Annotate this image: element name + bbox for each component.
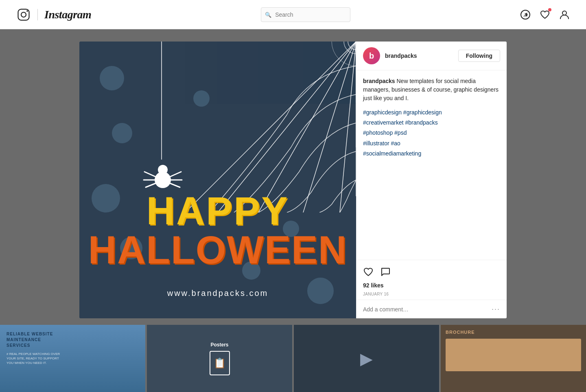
action-icons-row <box>363 263 500 280</box>
svg-line-24 <box>146 183 156 187</box>
like-icon <box>363 267 374 277</box>
post-username[interactable]: brandpacks <box>385 53 458 59</box>
happy-text: HAPPY <box>79 191 356 230</box>
svg-point-21 <box>158 165 168 175</box>
post-header: b brandpacks Following <box>356 42 507 70</box>
instagram-wordmark: Instagram <box>44 8 91 21</box>
activity-button[interactable] <box>540 9 550 20</box>
thumbnail-2: Posters 📋 <box>147 325 292 392</box>
halloween-word: HALLOWEEN <box>79 230 356 269</box>
explore-button[interactable] <box>520 9 531 20</box>
thumb-3-icon: ▶ <box>360 349 373 368</box>
profile-button[interactable] <box>559 9 570 20</box>
caption-username[interactable]: brandpacks <box>363 78 395 84</box>
post-image: HAPPY HALLOWEEN www.brandpacks.com <box>79 42 356 318</box>
thumb-4-image <box>446 339 581 371</box>
instagram-logo: Instagram <box>16 7 91 22</box>
thumb-4-text: Brochure <box>446 330 581 335</box>
thumbnail-3: ▶ <box>294 325 439 392</box>
thumb-2-label: Posters <box>210 342 228 348</box>
header: Instagram 🔍 <box>0 0 586 29</box>
avatar: b <box>363 47 380 64</box>
avatar-letter: b <box>369 51 374 61</box>
following-button[interactable]: Following <box>458 50 500 62</box>
thumbnail-4: Brochure <box>441 325 586 392</box>
spider-thread <box>161 42 162 160</box>
post-actions: 92 likes January 16 <box>356 260 507 300</box>
thumbnail-1: RELIABLE WEBSITEMAINTENANCESERVICES # RE… <box>0 325 145 392</box>
svg-line-22 <box>144 172 155 177</box>
thumb-1-subtext: # REAL PEOPLE WATCHING OVERYOUR SITE, RE… <box>7 352 139 366</box>
website-url: www.brandpacks.com <box>79 289 356 298</box>
post-hashtags: #graphicdesign #graphicdesign #creativem… <box>363 107 500 159</box>
post-caption-area: brandpacks New templates for social medi… <box>356 70 507 260</box>
instagram-icon <box>16 7 31 22</box>
likes-count: 92 likes <box>363 280 500 290</box>
comment-button[interactable] <box>380 267 391 277</box>
post-caption: brandpacks New templates for social medi… <box>363 77 500 103</box>
logo-divider <box>37 9 38 20</box>
bg-dot <box>100 66 124 90</box>
more-options-icon[interactable]: ··· <box>492 305 500 313</box>
svg-point-6 <box>562 11 566 15</box>
header-left: Instagram <box>16 7 91 22</box>
thumb-2-icon: 📋 <box>210 351 230 375</box>
like-button[interactable] <box>363 267 374 277</box>
header-nav-icons <box>520 9 570 20</box>
profile-icon <box>559 9 570 20</box>
post-date: January 16 <box>363 290 500 300</box>
post-right-panel: b brandpacks Following brandpacks New te… <box>356 42 507 318</box>
thumb-1-text: RELIABLE WEBSITEMAINTENANCESERVICES <box>7 331 139 348</box>
notification-dot <box>548 8 551 11</box>
search-icon: 🔍 <box>265 11 271 18</box>
spiderweb <box>185 42 356 212</box>
bg-dot <box>112 123 132 143</box>
svg-line-27 <box>170 183 180 187</box>
search-container: 🔍 <box>261 7 350 22</box>
comment-icon <box>380 267 391 277</box>
search-input[interactable] <box>261 7 350 22</box>
post-modal: HAPPY HALLOWEEN www.brandpacks.com b bra… <box>79 42 507 318</box>
compass-icon <box>520 9 531 20</box>
bottom-thumbnails: RELIABLE WEBSITEMAINTENANCESERVICES # RE… <box>0 325 586 392</box>
halloween-text-block: HAPPY HALLOWEEN <box>79 191 356 269</box>
svg-line-25 <box>170 172 181 177</box>
svg-line-7 <box>185 42 356 212</box>
svg-point-2 <box>26 10 28 12</box>
halloween-background: HAPPY HALLOWEEN www.brandpacks.com <box>79 42 356 318</box>
svg-point-1 <box>21 12 26 17</box>
svg-line-9 <box>258 42 356 212</box>
main-content: HAPPY HALLOWEEN www.brandpacks.com b bra… <box>0 29 586 392</box>
comment-input[interactable] <box>363 306 492 313</box>
comment-area: ··· <box>356 300 507 318</box>
